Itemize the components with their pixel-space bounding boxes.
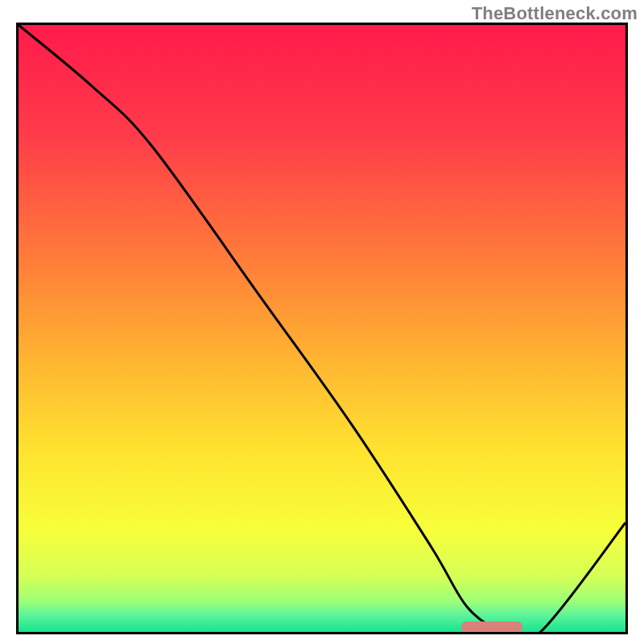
plot-area [16,23,628,634]
watermark-text: TheBottleneck.com [472,3,638,24]
optimal-marker [461,621,522,633]
bottleneck-curve [19,25,625,632]
chart-stage: TheBottleneck.com [0,0,644,644]
